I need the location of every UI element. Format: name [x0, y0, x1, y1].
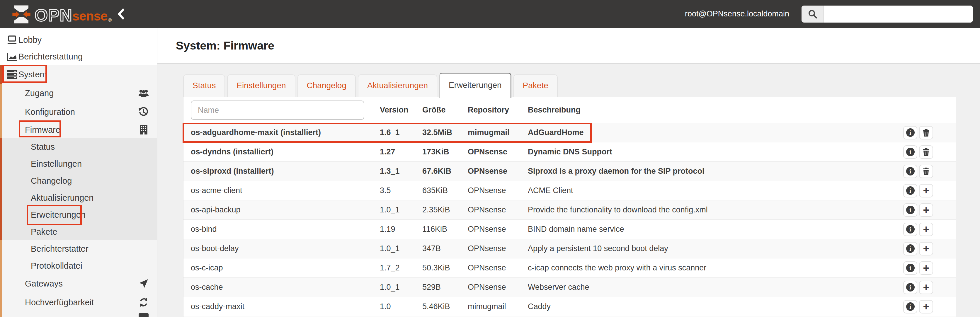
- plugin-description: AdGuardHome: [528, 128, 903, 137]
- brand-text-sense: sense: [72, 8, 108, 25]
- table-row-os-adguardhome-maxit[interactable]: os-adguardhome-maxit (installiert)1.6_13…: [183, 123, 956, 143]
- sidebar-item-firmware[interactable]: Firmware: [0, 121, 157, 138]
- tab-erweiterungen[interactable]: Erweiterungen: [439, 73, 511, 98]
- sidebar-item-berichterstattung[interactable]: Berichterstattung: [0, 48, 157, 65]
- plugin-info-button[interactable]: i: [903, 242, 917, 255]
- plugin-info-button[interactable]: i: [903, 300, 917, 314]
- sidebar-item-label: Berichterstattung: [19, 52, 83, 62]
- plugin-info-button[interactable]: i: [903, 281, 917, 294]
- plugin-remove-button[interactable]: [919, 165, 933, 178]
- plugin-info-button[interactable]: i: [903, 262, 917, 275]
- plugin-description: Apply a persistent 10 second boot delay: [528, 244, 903, 253]
- plugin-description: Webserver cache: [528, 283, 903, 292]
- sidebar-menu: LobbyBerichterstattungSystemZugangKonfig…: [0, 28, 158, 317]
- plugin-size: 2.35KiB: [422, 205, 468, 214]
- plugin-size: 635KiB: [422, 186, 468, 195]
- sidebar-item-protokolldatei[interactable]: Protokolldatei: [0, 257, 157, 274]
- plugin-size: 5.46KiB: [422, 302, 468, 311]
- column-header-size: Größe: [422, 97, 446, 122]
- sidebar-item-hochverf-gbarkeit[interactable]: Hochverfügbarkeit: [0, 293, 157, 312]
- column-header-description: Beschreibung: [528, 97, 581, 122]
- table-row-os-siproxd[interactable]: os-siproxd (installiert)1.3_167.6KiBOPNs…: [183, 162, 956, 181]
- table-row-os-acme-client[interactable]: os-acme-client3.5635KiBOPNsenseACME Clie…: [183, 181, 956, 200]
- tab-aktualisierungen[interactable]: Aktualisierungen: [358, 74, 437, 97]
- plugin-actions: i: [903, 126, 956, 139]
- plugin-install-button[interactable]: +: [919, 300, 933, 314]
- plugin-repository: OPNsense: [468, 186, 528, 195]
- plus-icon: +: [923, 244, 929, 254]
- table-row-os-dyndns[interactable]: os-dyndns (installiert)1.27173KiBOPNsens…: [183, 143, 956, 162]
- sidebar-item-label: Protokolldatei: [31, 261, 82, 271]
- tab-changelog[interactable]: Changelog: [298, 74, 356, 97]
- column-header-repository: Repository: [468, 97, 509, 122]
- plugin-remove-button[interactable]: [919, 126, 933, 139]
- plugin-repository: OPNsense: [468, 205, 528, 214]
- plugin-version: 1.19: [380, 225, 422, 234]
- sidebar-item-changelog[interactable]: Changelog: [0, 172, 157, 189]
- plugin-actions: i+: [903, 300, 956, 314]
- sidebar-item-partial[interactable]: [0, 312, 157, 317]
- plugin-remove-button[interactable]: [919, 145, 933, 159]
- plugin-name: os-cache: [191, 283, 380, 292]
- plugin-info-button[interactable]: i: [903, 203, 917, 217]
- sidebar-item-gateways[interactable]: Gateways: [0, 274, 157, 293]
- plugin-repository: OPNsense: [468, 225, 528, 234]
- sidebar-item-system[interactable]: System: [0, 65, 157, 84]
- info-icon: i: [906, 128, 915, 137]
- search-input[interactable]: [824, 6, 973, 22]
- plugin-actions: i+: [903, 184, 956, 198]
- sidebar-item-status[interactable]: Status: [0, 138, 157, 155]
- sidebar-item-einstellungen[interactable]: Einstellungen: [0, 155, 157, 172]
- tab-status[interactable]: Status: [183, 74, 225, 97]
- plugin-install-button[interactable]: +: [919, 223, 933, 236]
- sidebar-item-aktualisierungen[interactable]: Aktualisierungen: [0, 189, 157, 206]
- name-filter-input[interactable]: [191, 100, 364, 120]
- table-row-os-api-backup[interactable]: os-api-backup1.0_12.35KiBOPNsenseProvide…: [183, 200, 956, 220]
- plus-icon: +: [923, 301, 929, 312]
- trash-icon: [922, 148, 930, 156]
- plugin-install-button[interactable]: +: [919, 281, 933, 294]
- plus-icon: +: [923, 282, 929, 293]
- plugin-info-button[interactable]: i: [903, 184, 917, 198]
- table-row-os-c-icap[interactable]: os-c-icap1.7_250.3KiBOPNsensec-icap conn…: [183, 258, 956, 278]
- plugin-install-button[interactable]: +: [919, 203, 933, 217]
- trash-icon: [922, 167, 930, 176]
- brand-text-opn: OPN: [35, 6, 72, 25]
- plugin-info-button[interactable]: i: [903, 165, 917, 178]
- plugin-install-button[interactable]: +: [919, 242, 933, 255]
- table-row-os-boot-delay[interactable]: os-boot-delay1.0_1347BOPNsenseApply a pe…: [183, 239, 956, 258]
- sidebar-collapse-button[interactable]: [114, 8, 127, 21]
- sidebar-item-konfiguration[interactable]: Konfiguration: [0, 103, 157, 121]
- plugin-description: Provide the functionality to download th…: [528, 205, 903, 214]
- sidebar-item-berichterstatter[interactable]: Berichterstatter: [0, 240, 157, 257]
- plugin-install-button[interactable]: +: [919, 184, 933, 198]
- sidebar-item-label: System: [19, 70, 47, 79]
- table-header-row: Version Größe Repository Beschreibung: [183, 97, 956, 123]
- plugin-info-button[interactable]: i: [903, 145, 917, 159]
- plugin-info-button[interactable]: i: [903, 223, 917, 236]
- table-row-os-bind[interactable]: os-bind1.19116KiBOPNsenseBIND domain nam…: [183, 220, 956, 239]
- sidebar-item-label: Gateways: [25, 279, 63, 288]
- plugin-repository: mimugmail: [468, 128, 528, 137]
- plugin-actions: i+: [903, 262, 956, 275]
- plugin-install-button[interactable]: +: [919, 262, 933, 275]
- search-addon[interactable]: [802, 6, 824, 22]
- sidebar-item-lobby[interactable]: Lobby: [0, 32, 157, 48]
- location-arrow-icon: [138, 278, 149, 289]
- column-header-version: Version: [380, 97, 409, 122]
- plugin-size: 347B: [422, 244, 468, 253]
- plugin-info-button[interactable]: i: [903, 126, 917, 139]
- tab-pakete[interactable]: Pakete: [514, 74, 558, 97]
- opnsense-logo[interactable]: OPNsense®: [11, 3, 111, 25]
- sidebar-item-zugang[interactable]: Zugang: [0, 84, 157, 103]
- plugin-size: 50.3KiB: [422, 263, 468, 273]
- sidebar-item-erweiterungen[interactable]: Erweiterungen: [0, 206, 157, 223]
- server-icon: [6, 70, 18, 79]
- trash-icon: [922, 128, 930, 137]
- tab-einstellungen[interactable]: Einstellungen: [227, 74, 295, 97]
- table-row-os-cache[interactable]: os-cache1.0_1529BOPNsenseWebserver cache…: [183, 278, 956, 297]
- sidebar-item-label: Changelog: [31, 176, 72, 186]
- sidebar-item-label: Einstellungen: [31, 159, 82, 169]
- sidebar-item-pakete[interactable]: Pakete: [0, 223, 157, 240]
- table-row-os-caddy-maxit[interactable]: os-caddy-maxit1.05.46KiBmimugmailCaddyi+: [183, 297, 956, 316]
